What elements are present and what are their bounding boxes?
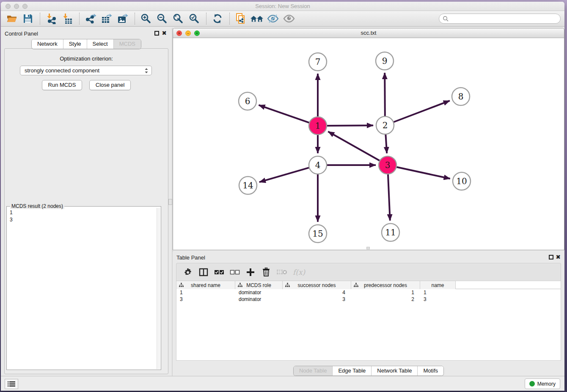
- zoom-fit-icon: [173, 13, 184, 24]
- network-canvas[interactable]: 1234678910111415: [173, 38, 564, 250]
- column-header-shared-name[interactable]: shared name: [176, 281, 235, 289]
- edge-2-3[interactable]: [385, 133, 387, 153]
- criterion-select[interactable]: strongly connected component: [20, 66, 152, 75]
- float-table-panel-icon[interactable]: [549, 255, 553, 259]
- tab-style[interactable]: Style: [63, 39, 87, 49]
- open-folder-icon: [6, 13, 17, 24]
- result-scrollbar[interactable]: [157, 208, 160, 369]
- export-network-button[interactable]: [84, 12, 97, 25]
- float-panel-icon[interactable]: [154, 31, 159, 36]
- run-mcds-button[interactable]: Run MCDS: [42, 80, 83, 90]
- graph-node-label-10: 10: [456, 176, 467, 186]
- hierarchy-icon: [238, 283, 242, 289]
- edge-3-10[interactable]: [396, 167, 450, 179]
- export-table-button[interactable]: [100, 12, 113, 25]
- task-history-button[interactable]: [5, 379, 18, 389]
- close-panel-button[interactable]: Close panel: [89, 80, 131, 90]
- zoom-fit-button[interactable]: [171, 12, 185, 25]
- search-input[interactable]: [450, 16, 560, 22]
- split-view-button[interactable]: [197, 266, 210, 278]
- import-table-icon: [62, 13, 73, 24]
- hide-selected-button[interactable]: [266, 12, 280, 25]
- table-toolbar: f(x): [176, 263, 561, 281]
- zoom-in-button[interactable]: [139, 12, 153, 25]
- close-table-panel-icon[interactable]: ✖: [556, 254, 561, 260]
- graph-node-label-2: 2: [383, 120, 388, 130]
- add-column-button[interactable]: [244, 266, 257, 278]
- column-header-name[interactable]: name: [420, 281, 456, 289]
- tab-mcds[interactable]: MCDS: [113, 39, 141, 49]
- zoom-selected-button[interactable]: [187, 12, 201, 25]
- network-graph[interactable]: 1234678910111415: [173, 38, 564, 250]
- splitter-handle[interactable]: [168, 199, 172, 205]
- table-tabs: Node TableEdge TableNetwork TableMotifs: [293, 366, 444, 376]
- table-row[interactable]: 1dominator411: [176, 289, 561, 296]
- edge-2-9[interactable]: [385, 73, 385, 117]
- optimization-criterion-label: Optimization criterion:: [5, 55, 168, 62]
- toolbar-separator: [229, 13, 230, 25]
- delete-table-icon: [276, 269, 287, 276]
- column-header-mcds-role[interactable]: MCDS role: [235, 281, 283, 289]
- memory-button[interactable]: Memory: [525, 378, 560, 389]
- column-label: MCDS role: [246, 282, 271, 288]
- edge-1-2[interactable]: [326, 125, 373, 126]
- table-settings-button[interactable]: [182, 266, 194, 278]
- save-session-button[interactable]: [21, 12, 35, 25]
- window-title: Session: New Session: [1, 3, 564, 9]
- graph-node-label-11: 11: [385, 227, 396, 237]
- canvas-resize-handle[interactable]: [366, 247, 370, 249]
- table-cell: dominator: [235, 296, 283, 303]
- table-cell: 1: [420, 289, 456, 296]
- edge-3-1[interactable]: [328, 132, 380, 161]
- tab-node-table[interactable]: Node Table: [294, 366, 333, 375]
- import-network-button[interactable]: [44, 12, 58, 25]
- table-row[interactable]: 3dominator323: [176, 296, 561, 303]
- edge-2-8[interactable]: [393, 101, 450, 122]
- toolbar-separator: [135, 13, 135, 25]
- export-image-icon: [117, 13, 129, 24]
- close-panel-icon[interactable]: ✖: [162, 30, 167, 36]
- tab-select[interactable]: Select: [87, 39, 113, 49]
- table-cell: 2: [351, 296, 420, 303]
- deselect-all-button[interactable]: [228, 266, 241, 278]
- node-table[interactable]: shared nameMCDS rolesuccessor nodesprede…: [176, 281, 561, 361]
- table-panel-title: Table Panel: [176, 254, 205, 261]
- table-cell: 3: [283, 296, 351, 303]
- select-all-button[interactable]: [213, 266, 226, 278]
- column-header-predecessor-nodes[interactable]: predecessor nodes: [351, 281, 420, 289]
- refresh-button[interactable]: [211, 12, 224, 25]
- export-image-button[interactable]: [116, 12, 129, 25]
- mcds-result-group: MCDS result (2 nodes) 1 3: [6, 206, 161, 370]
- edge-1-6[interactable]: [259, 105, 310, 123]
- tab-network[interactable]: Network: [32, 39, 63, 49]
- column-header-successor-nodes[interactable]: successor nodes: [283, 281, 351, 289]
- delete-table-button[interactable]: [275, 266, 288, 278]
- tab-network-table[interactable]: Network Table: [371, 366, 417, 375]
- first-neighbors-button[interactable]: [250, 12, 264, 25]
- import-network-icon: [46, 13, 57, 24]
- show-all-button[interactable]: [282, 12, 296, 25]
- new-network-from-selection-button[interactable]: [234, 12, 248, 25]
- column-label: name: [431, 282, 444, 288]
- tab-motifs[interactable]: Motifs: [417, 366, 443, 375]
- delete-column-button[interactable]: [260, 266, 272, 278]
- open-session-button[interactable]: [5, 12, 19, 25]
- import-table-button[interactable]: [61, 12, 74, 25]
- plus-icon: [246, 268, 255, 276]
- graph-node-label-1: 1: [315, 121, 321, 131]
- zoom-in-icon: [140, 13, 151, 24]
- function-builder-button[interactable]: f(x): [293, 268, 305, 276]
- zoom-out-button[interactable]: [155, 12, 169, 25]
- network-window-titlebar[interactable]: ✕ – + scc.txt: [173, 28, 564, 38]
- table-cell: 4: [283, 289, 351, 296]
- table-cell: 3: [420, 296, 456, 303]
- edge-4-14[interactable]: [259, 167, 310, 182]
- table-cell: 1: [351, 289, 420, 296]
- memory-status-icon: [529, 381, 535, 386]
- tab-edge-table[interactable]: Edge Table: [332, 366, 371, 375]
- select-stepper-icon: [144, 67, 149, 75]
- edge-3-11[interactable]: [388, 173, 390, 221]
- search-field[interactable]: [439, 14, 561, 24]
- table-panel: Table Panel ✖: [173, 252, 564, 376]
- column-label: shared name: [191, 282, 220, 288]
